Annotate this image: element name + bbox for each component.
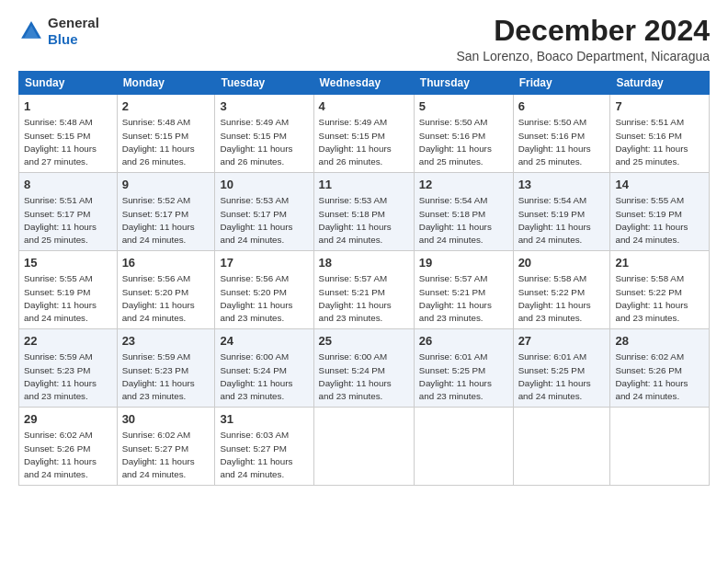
table-row: 5Sunrise: 5:50 AM Sunset: 5:16 PM Daylig… [414,95,513,173]
header-sunday: Sunday [19,72,118,95]
day-number: 1 [24,98,112,115]
day-info: Sunrise: 5:52 AM Sunset: 5:17 PM Dayligh… [122,194,210,247]
table-row: 2Sunrise: 5:48 AM Sunset: 5:15 PM Daylig… [117,95,215,173]
day-number: 27 [518,333,606,350]
table-row: 12Sunrise: 5:54 AM Sunset: 5:18 PM Dayli… [414,173,513,251]
table-row: 21Sunrise: 5:58 AM Sunset: 5:22 PM Dayli… [610,251,710,329]
day-number: 14 [615,177,704,193]
day-info: Sunrise: 5:57 AM Sunset: 5:21 PM Dayligh… [419,272,508,325]
table-row: 7Sunrise: 5:51 AM Sunset: 5:16 PM Daylig… [610,95,710,173]
calendar-week-2: 8Sunrise: 5:51 AM Sunset: 5:17 PM Daylig… [19,173,710,251]
table-row: 31Sunrise: 6:03 AM Sunset: 5:27 PM Dayli… [215,408,313,486]
logo-blue: Blue [48,31,78,47]
table-row: 13Sunrise: 5:54 AM Sunset: 5:19 PM Dayli… [513,173,610,251]
subtitle: San Lorenzo, Boaco Department, Nicaragua [457,49,711,63]
table-row: 25Sunrise: 6:00 AM Sunset: 5:24 PM Dayli… [313,329,414,408]
header: General Blue December 2024 San Lorenzo, … [18,15,710,63]
calendar-week-4: 22Sunrise: 5:59 AM Sunset: 5:23 PM Dayli… [19,329,710,408]
logo-icon [18,18,44,44]
header-wednesday: Wednesday [313,72,414,95]
table-row [610,408,710,486]
table-row [513,408,610,486]
day-number: 31 [220,411,308,428]
day-number: 30 [122,411,210,428]
logo: General Blue [18,15,99,48]
day-info: Sunrise: 5:49 AM Sunset: 5:15 PM Dayligh… [319,116,409,168]
header-friday: Friday [513,72,610,95]
day-info: Sunrise: 5:59 AM Sunset: 5:23 PM Dayligh… [122,350,210,403]
header-tuesday: Tuesday [215,72,313,95]
day-number: 15 [24,255,112,271]
day-number: 24 [220,333,308,350]
table-row: 27Sunrise: 6:01 AM Sunset: 5:25 PM Dayli… [513,329,610,408]
day-info: Sunrise: 6:03 AM Sunset: 5:27 PM Dayligh… [220,429,308,481]
day-number: 18 [319,255,409,271]
day-info: Sunrise: 5:50 AM Sunset: 5:16 PM Dayligh… [518,116,606,168]
table-row: 6Sunrise: 5:50 AM Sunset: 5:16 PM Daylig… [513,95,610,173]
table-row: 30Sunrise: 6:02 AM Sunset: 5:27 PM Dayli… [117,408,215,486]
title-block: December 2024 San Lorenzo, Boaco Departm… [457,15,711,63]
day-info: Sunrise: 5:56 AM Sunset: 5:20 PM Dayligh… [122,272,210,325]
day-info: Sunrise: 6:00 AM Sunset: 5:24 PM Dayligh… [220,350,308,403]
day-info: Sunrise: 6:02 AM Sunset: 5:26 PM Dayligh… [24,429,112,481]
table-row: 18Sunrise: 5:57 AM Sunset: 5:21 PM Dayli… [313,251,414,329]
header-monday: Monday [117,72,215,95]
day-info: Sunrise: 6:00 AM Sunset: 5:24 PM Dayligh… [319,350,409,403]
day-info: Sunrise: 5:54 AM Sunset: 5:18 PM Dayligh… [419,194,508,247]
day-number: 28 [615,333,704,350]
table-row: 4Sunrise: 5:49 AM Sunset: 5:15 PM Daylig… [313,95,414,173]
table-row [313,408,414,486]
logo-text: General Blue [48,15,99,48]
day-number: 23 [122,333,210,350]
day-info: Sunrise: 5:53 AM Sunset: 5:17 PM Dayligh… [220,194,308,247]
day-number: 7 [615,98,704,115]
table-row: 22Sunrise: 5:59 AM Sunset: 5:23 PM Dayli… [19,329,118,408]
day-info: Sunrise: 5:56 AM Sunset: 5:20 PM Dayligh… [220,272,308,325]
table-row [414,408,513,486]
table-row: 20Sunrise: 5:58 AM Sunset: 5:22 PM Dayli… [513,251,610,329]
day-number: 20 [518,255,606,271]
day-number: 8 [24,177,112,193]
day-number: 5 [419,98,508,115]
day-info: Sunrise: 5:55 AM Sunset: 5:19 PM Dayligh… [24,272,112,325]
day-info: Sunrise: 6:01 AM Sunset: 5:25 PM Dayligh… [518,350,606,403]
table-row: 16Sunrise: 5:56 AM Sunset: 5:20 PM Dayli… [117,251,215,329]
day-number: 29 [24,411,112,428]
day-number: 12 [419,177,508,193]
table-row: 3Sunrise: 5:49 AM Sunset: 5:15 PM Daylig… [215,95,313,173]
month-title: December 2024 [457,15,711,47]
table-row: 29Sunrise: 6:02 AM Sunset: 5:26 PM Dayli… [19,408,118,486]
table-row: 24Sunrise: 6:00 AM Sunset: 5:24 PM Dayli… [215,329,313,408]
day-info: Sunrise: 5:53 AM Sunset: 5:18 PM Dayligh… [319,194,409,247]
day-info: Sunrise: 5:57 AM Sunset: 5:21 PM Dayligh… [319,272,409,325]
table-row: 17Sunrise: 5:56 AM Sunset: 5:20 PM Dayli… [215,251,313,329]
day-number: 17 [220,255,308,271]
day-info: Sunrise: 5:55 AM Sunset: 5:19 PM Dayligh… [615,194,704,247]
day-number: 16 [122,255,210,271]
header-saturday: Saturday [610,72,710,95]
day-info: Sunrise: 5:51 AM Sunset: 5:17 PM Dayligh… [24,194,112,247]
day-number: 13 [518,177,606,193]
calendar: Sunday Monday Tuesday Wednesday Thursday… [18,71,710,486]
day-number: 22 [24,333,112,350]
page: General Blue December 2024 San Lorenzo, … [0,0,728,495]
day-info: Sunrise: 6:02 AM Sunset: 5:26 PM Dayligh… [615,350,704,403]
table-row: 23Sunrise: 5:59 AM Sunset: 5:23 PM Dayli… [117,329,215,408]
day-number: 4 [319,98,409,115]
day-number: 2 [122,98,210,115]
table-row: 8Sunrise: 5:51 AM Sunset: 5:17 PM Daylig… [19,173,118,251]
day-number: 10 [220,177,308,193]
day-number: 11 [319,177,409,193]
table-row: 9Sunrise: 5:52 AM Sunset: 5:17 PM Daylig… [117,173,215,251]
day-info: Sunrise: 5:59 AM Sunset: 5:23 PM Dayligh… [24,350,112,403]
day-number: 3 [220,98,308,115]
calendar-header-row: Sunday Monday Tuesday Wednesday Thursday… [19,72,710,95]
table-row: 28Sunrise: 6:02 AM Sunset: 5:26 PM Dayli… [610,329,710,408]
logo-general: General [48,15,99,30]
day-info: Sunrise: 5:49 AM Sunset: 5:15 PM Dayligh… [220,116,308,168]
table-row: 19Sunrise: 5:57 AM Sunset: 5:21 PM Dayli… [414,251,513,329]
table-row: 1Sunrise: 5:48 AM Sunset: 5:15 PM Daylig… [19,95,118,173]
table-row: 26Sunrise: 6:01 AM Sunset: 5:25 PM Dayli… [414,329,513,408]
day-info: Sunrise: 5:54 AM Sunset: 5:19 PM Dayligh… [518,194,606,247]
table-row: 14Sunrise: 5:55 AM Sunset: 5:19 PM Dayli… [610,173,710,251]
